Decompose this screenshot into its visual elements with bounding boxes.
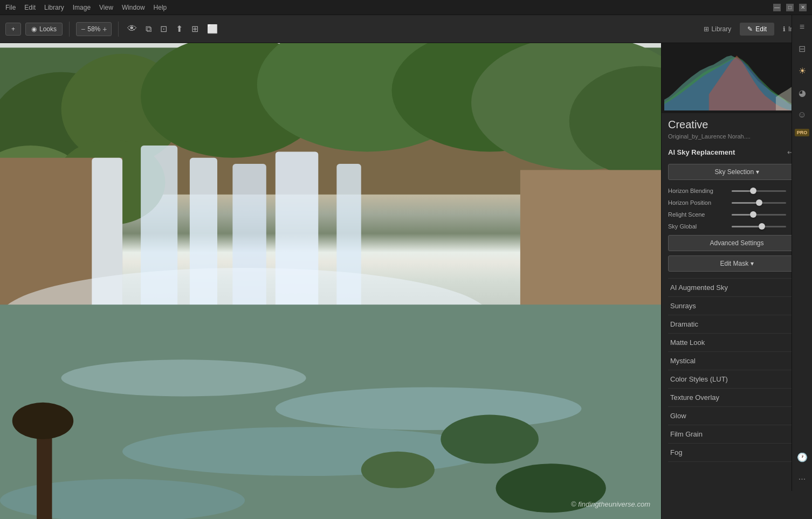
separator-2 xyxy=(118,22,119,37)
sun-icon[interactable]: ☀ xyxy=(796,63,809,79)
svg-point-22 xyxy=(61,359,306,396)
menu-help[interactable]: Help xyxy=(154,4,167,11)
crop-button[interactable]: ⊡ xyxy=(158,22,169,36)
horizon-position-track[interactable] xyxy=(732,202,786,204)
menu-file[interactable]: File xyxy=(5,4,16,11)
sky-global-row: Sky Global 30 xyxy=(668,223,806,230)
menu-item-texture-overlay[interactable]: Texture Overlay xyxy=(668,389,806,407)
menu-view[interactable]: View xyxy=(99,4,113,11)
looks-icon: ◉ xyxy=(31,25,37,33)
horizon-blending-row: Horizon Blending 20 xyxy=(668,188,806,194)
right-panel-content: Creative Original_by_Laurence Norah.... … xyxy=(662,113,812,519)
preview-button[interactable]: 👁 xyxy=(125,21,139,37)
pro-badge: PRO xyxy=(795,129,810,136)
ai-sky-section-header: AI Sky Replacement ↩ ◎ xyxy=(668,147,806,157)
close-button[interactable]: ✕ xyxy=(799,4,807,11)
maximize-button[interactable]: □ xyxy=(786,4,794,11)
relight-scene-thumb[interactable] xyxy=(750,211,756,218)
menu-item-glow[interactable]: Glow xyxy=(668,407,806,425)
ai-sky-title: AI Sky Replacement xyxy=(668,148,735,156)
info-icon: ℹ xyxy=(783,25,786,33)
clock-icon[interactable]: 🕐 xyxy=(794,449,810,465)
copyright-text: © findingtheuniverse.com xyxy=(571,500,650,508)
menu-image[interactable]: Image xyxy=(73,4,91,11)
main-layout: © findingtheuniverse.com xyxy=(0,43,812,519)
relight-scene-label: Relight Scene xyxy=(668,211,727,218)
tab-bar: ⊞ Library ✎ Edit ℹ Info xyxy=(696,23,807,36)
canvas-area: © findingtheuniverse.com xyxy=(0,43,661,519)
menu-item-color-styles[interactable]: Color Styles (LUT) xyxy=(668,370,806,389)
svg-point-24 xyxy=(122,427,490,476)
horizon-blending-label: Horizon Blending xyxy=(668,188,727,194)
horizon-blending-track[interactable] xyxy=(732,190,786,192)
menu-item-sunrays[interactable]: Sunrays xyxy=(668,297,806,315)
panel-subtitle: Original_by_Laurence Norah.... xyxy=(668,133,806,140)
edit-mask-button[interactable]: Edit Mask ▾ xyxy=(668,255,806,272)
menu-library[interactable]: Library xyxy=(44,4,64,11)
sky-global-track[interactable] xyxy=(732,226,786,227)
menu-bar: File Edit Library Image View Window Help xyxy=(5,4,167,11)
side-panel-icons: ≡ ⊟ ☀ ◕ ☺ PRO 🕐 ··· xyxy=(792,15,812,491)
menu-item-ai-augmented-sky[interactable]: AI Augmented Sky xyxy=(668,278,806,297)
color-wheel-icon[interactable]: ◕ xyxy=(796,85,809,101)
layers-icon[interactable]: ≡ xyxy=(797,19,807,34)
horizon-position-label: Horizon Position xyxy=(668,199,727,206)
fullscreen-button[interactable]: ⬜ xyxy=(205,22,220,36)
sky-selection-button[interactable]: Sky Selection ▾ xyxy=(668,164,806,180)
svg-point-26 xyxy=(441,415,539,464)
menu-item-matte-look[interactable]: Matte Look xyxy=(668,334,806,352)
horizon-position-fill xyxy=(732,202,759,204)
waterfall-svg xyxy=(0,43,661,519)
waterfall-image: © findingtheuniverse.com xyxy=(0,43,661,519)
more-icon[interactable]: ··· xyxy=(796,472,808,487)
zoom-level: 58% xyxy=(87,25,100,33)
relight-scene-row: Relight Scene 20 xyxy=(668,211,806,218)
advanced-settings-button[interactable]: Advanced Settings xyxy=(668,235,806,251)
sky-global-label: Sky Global xyxy=(668,223,727,230)
svg-rect-29 xyxy=(37,427,52,519)
zoom-in-button[interactable]: + xyxy=(102,25,107,33)
horizon-position-row: Horizon Position 0 xyxy=(668,199,806,206)
grid-button[interactable]: ⊞ xyxy=(189,22,201,36)
tab-library[interactable]: ⊞ Library xyxy=(696,23,739,36)
edit-icon: ✎ xyxy=(747,25,753,33)
tab-edit[interactable]: ✎ Edit xyxy=(740,23,774,36)
menu-window[interactable]: Window xyxy=(122,4,145,11)
menu-edit[interactable]: Edit xyxy=(24,4,36,11)
sky-global-thumb[interactable] xyxy=(759,223,765,230)
zoom-out-button[interactable]: − xyxy=(81,25,85,33)
face-icon[interactable]: ☺ xyxy=(795,107,809,122)
relight-scene-track[interactable] xyxy=(732,214,786,216)
looks-button[interactable]: ◉ Looks xyxy=(25,23,63,36)
adjustments-icon[interactable]: ⊟ xyxy=(796,41,808,57)
svg-point-23 xyxy=(276,387,582,430)
sky-global-fill xyxy=(732,226,762,227)
creative-menu: AI Augmented Sky Sunrays Dramatic Matte … xyxy=(668,278,806,462)
panel-title: Creative xyxy=(668,119,806,131)
library-icon: ⊞ xyxy=(704,25,709,33)
menu-item-fog[interactable]: Fog xyxy=(668,444,806,462)
right-panel: Creative Original_by_Laurence Norah.... … xyxy=(661,43,812,519)
title-bar: File Edit Library Image View Window Help… xyxy=(0,0,812,15)
share-button[interactable]: ⬆ xyxy=(174,22,185,36)
menu-item-mystical[interactable]: Mystical xyxy=(668,352,806,370)
compare-button[interactable]: ⧉ xyxy=(143,22,154,36)
histogram-area xyxy=(662,43,812,113)
window-controls: — □ ✕ xyxy=(773,4,807,11)
menu-item-dramatic[interactable]: Dramatic xyxy=(668,315,806,334)
menu-item-film-grain[interactable]: Film Grain xyxy=(668,425,806,444)
svg-point-30 xyxy=(12,403,74,439)
histogram-chart xyxy=(664,46,809,110)
svg-point-27 xyxy=(361,452,435,488)
toolbar: + ◉ Looks − 58% + 👁 ⧉ ⊡ ⬆ ⊞ ⬜ ⊞ Library … xyxy=(0,15,812,43)
horizon-blending-thumb[interactable] xyxy=(750,188,756,194)
horizon-position-thumb[interactable] xyxy=(756,199,762,206)
separator xyxy=(69,22,70,37)
add-button[interactable]: + xyxy=(5,23,21,36)
zoom-display: − 58% + xyxy=(76,22,112,36)
minimize-button[interactable]: — xyxy=(773,4,781,11)
